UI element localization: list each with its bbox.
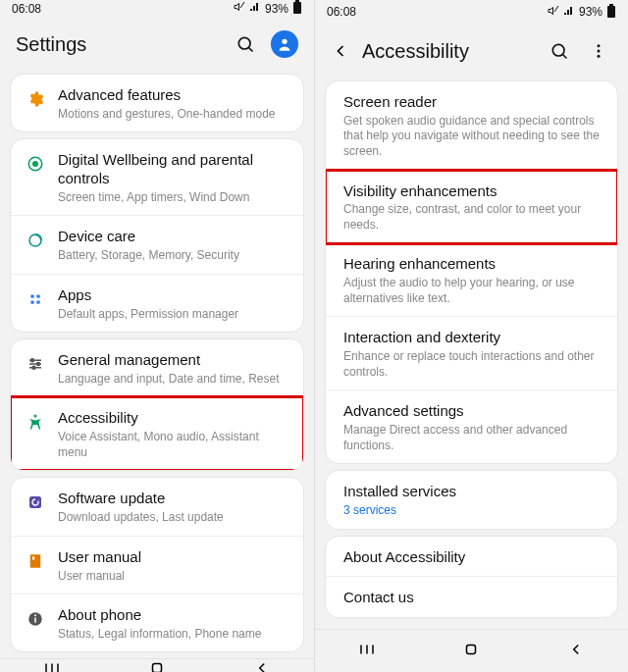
back-icon[interactable] [331, 41, 350, 61]
row-title: Accessibility [58, 409, 289, 428]
header-accessibility: Accessibility [315, 24, 628, 75]
battery-text: 93% [265, 2, 288, 16]
settings-row[interactable]: User manualUser manual [11, 537, 303, 594]
row-subtitle: Language and input, Date and time, Reset [58, 372, 289, 388]
settings-row[interactable]: Advanced featuresMotions and gestures, O… [11, 75, 303, 131]
row-title: About phone [58, 606, 289, 625]
row-title: Device care [58, 228, 289, 246]
recent-apps-icon[interactable] [43, 659, 61, 672]
svg-point-35 [598, 44, 601, 47]
settings-row[interactable]: Installed services3 services [326, 471, 617, 528]
battery-icon [292, 0, 302, 17]
header-settings: Settings [0, 17, 314, 68]
row-subtitle: 3 services [343, 503, 603, 519]
phone-left: 06:08 93% Settings Advanced featuresMoti… [0, 0, 314, 672]
svg-point-3 [238, 37, 250, 49]
svg-rect-24 [34, 618, 36, 623]
svg-point-7 [33, 162, 38, 167]
row-title: Screen reader [343, 93, 603, 112]
svg-rect-1 [293, 2, 301, 14]
row-subtitle: Motions and gestures, One-handed mode [58, 107, 289, 123]
info-icon [25, 608, 46, 630]
recent-apps-icon[interactable] [358, 641, 376, 662]
nav-bar [0, 658, 314, 672]
svg-point-11 [30, 300, 34, 304]
home-icon[interactable] [462, 641, 480, 662]
settings-row[interactable]: Digital Wellbeing and parental controlsS… [11, 139, 303, 216]
back-icon[interactable] [567, 641, 585, 662]
statusbar: 06:08 93% [0, 0, 314, 17]
row-subtitle: Screen time, App timers, Wind Down [58, 190, 289, 206]
account-avatar-icon[interactable] [271, 30, 298, 58]
settings-row[interactable]: AppsDefault apps, Permission manager [11, 275, 303, 332]
row-title: Software update [58, 490, 289, 508]
settings-row[interactable]: General managementLanguage and input, Da… [11, 339, 303, 397]
settings-row[interactable]: AccessibilityVoice Assistant, Mono audio… [11, 397, 303, 470]
row-subtitle: Manage Direct access and other advanced … [343, 423, 603, 453]
row-title: Contact us [343, 589, 603, 607]
settings-card: About AccessibilityContact us [325, 536, 618, 619]
svg-point-9 [30, 294, 34, 298]
row-subtitle: User manual [58, 569, 289, 585]
settings-row[interactable]: Contact us [326, 577, 617, 617]
svg-point-33 [552, 44, 564, 56]
back-icon[interactable] [253, 659, 271, 672]
row-subtitle: Adjust the audio to help your hearing, o… [343, 276, 603, 306]
svg-rect-41 [467, 645, 476, 653]
svg-line-34 [563, 55, 567, 59]
row-title: User manual [58, 548, 289, 567]
svg-rect-22 [32, 556, 34, 559]
row-title: About Accessibility [343, 548, 603, 567]
row-subtitle: Get spoken audio guidance and special co… [343, 114, 603, 160]
svg-point-17 [37, 363, 40, 366]
row-subtitle: Download updates, Last update [58, 510, 289, 526]
wellbeing-icon [25, 153, 46, 175]
settings-row[interactable]: Device careBattery, Storage, Memory, Sec… [11, 216, 303, 274]
phone-right: 06:08 93% Accessibility Screen readerGet… [314, 0, 628, 672]
more-icon[interactable] [585, 37, 612, 65]
home-icon[interactable] [148, 659, 166, 672]
battery-icon [606, 4, 616, 21]
status-time: 06:08 [12, 2, 41, 16]
settings-row[interactable]: Interaction and dexterityEnhance or repl… [326, 317, 617, 390]
settings-card: Software updateDownload updates, Last up… [10, 477, 304, 652]
row-title: Digital Wellbeing and parental controls [58, 151, 289, 188]
svg-point-16 [31, 359, 34, 362]
row-title: Advanced features [58, 86, 289, 105]
row-subtitle: Change size, contrast, and color to meet… [343, 202, 603, 233]
row-title: General management [58, 351, 289, 370]
settings-row[interactable]: Screen readerGet spoken audio guidance a… [326, 81, 617, 171]
settings-row[interactable]: Software updateDownload updates, Last up… [11, 478, 303, 536]
svg-line-0 [240, 2, 244, 8]
row-title: Advanced settings [343, 402, 603, 421]
settings-row[interactable]: Hearing enhancementsAdjust the audio to … [326, 243, 617, 317]
svg-line-4 [249, 48, 253, 52]
settings-row[interactable]: Advanced settingsManage Direct access an… [326, 390, 617, 463]
settings-card: Screen readerGet spoken audio guidance a… [325, 80, 618, 464]
settings-row[interactable]: About phoneStatus, Legal information, Ph… [11, 594, 303, 651]
row-subtitle: Voice Assistant, Mono audio, Assistant m… [58, 430, 289, 460]
search-icon[interactable] [232, 30, 259, 58]
row-title: Interaction and dexterity [343, 329, 603, 347]
row-title: Hearing enhancements [343, 255, 603, 274]
svg-line-30 [554, 6, 558, 12]
gear-icon [25, 88, 46, 110]
svg-rect-31 [607, 6, 615, 18]
battery-text: 93% [579, 5, 602, 19]
svg-point-37 [598, 55, 601, 58]
svg-rect-32 [609, 4, 613, 6]
devicecare-icon [25, 230, 46, 251]
settings-row[interactable]: About Accessibility [326, 537, 617, 578]
manual-icon [25, 550, 46, 572]
page-title: Accessibility [362, 40, 534, 63]
svg-point-25 [34, 614, 36, 616]
row-subtitle: Default apps, Permission manager [58, 307, 289, 323]
update-icon [25, 491, 46, 513]
row-subtitle: Status, Legal information, Phone name [58, 627, 289, 643]
row-title: Visibility enhancements [343, 182, 603, 201]
mute-icon [234, 1, 245, 16]
sliders-icon [25, 353, 46, 375]
statusbar: 06:08 93% [315, 0, 628, 24]
settings-row[interactable]: Visibility enhancementsChange size, cont… [326, 171, 617, 244]
search-icon[interactable] [546, 37, 573, 65]
